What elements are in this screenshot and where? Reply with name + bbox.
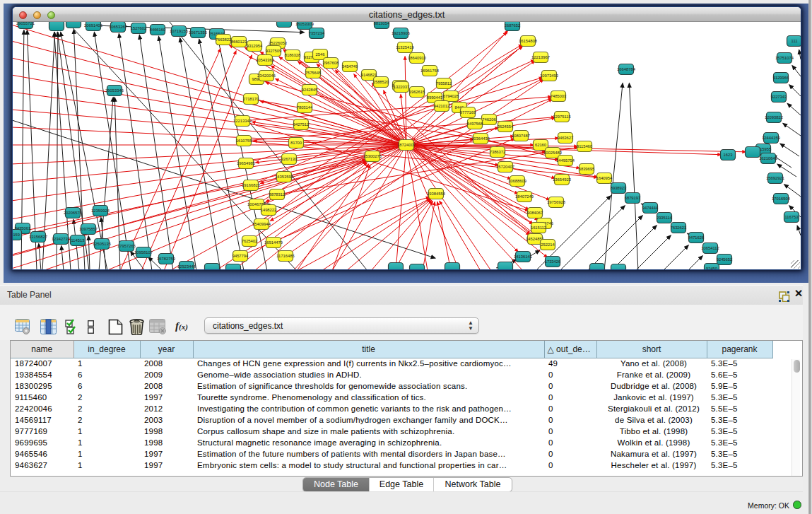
svg-text:1527602: 1527602: [131, 26, 147, 30]
svg-text:19756928: 19756928: [547, 200, 565, 204]
svg-text:16914479: 16914479: [264, 240, 283, 245]
svg-text:17016504: 17016504: [772, 197, 791, 201]
svg-text:29053346: 29053346: [105, 88, 124, 93]
svg-text:8466160: 8466160: [150, 28, 166, 32]
svg-text:114513: 114513: [71, 238, 85, 243]
svg-text:10025483: 10025483: [543, 151, 562, 155]
svg-text:14495754: 14495754: [556, 158, 575, 163]
svg-text:16154808: 16154808: [519, 39, 537, 43]
svg-text:9312954: 9312954: [247, 44, 263, 48]
svg-text:252214: 252214: [541, 243, 555, 247]
svg-text:9777169: 9777169: [460, 110, 476, 115]
svg-text:746206: 746206: [482, 117, 495, 122]
svg-text:92450: 92450: [706, 267, 717, 269]
svg-text:19654985: 19654985: [237, 161, 255, 165]
svg-text:8813054: 8813054: [374, 22, 390, 25]
svg-text:7485003: 7485003: [551, 94, 567, 98]
svg-text:15692921: 15692921: [766, 176, 784, 180]
svg-text:23420046: 23420046: [257, 74, 276, 78]
svg-text:2718170: 2718170: [243, 97, 259, 101]
svg-text:7663822: 7663822: [216, 37, 232, 42]
svg-text:2967608: 2967608: [323, 61, 339, 65]
svg-text:111: 111: [792, 39, 798, 43]
svg-text:7632621: 7632621: [671, 226, 687, 230]
svg-text:1498222: 1498222: [261, 208, 277, 212]
svg-text:7625402: 7625402: [242, 239, 258, 243]
svg-text:18724007: 18724007: [397, 143, 416, 147]
svg-text:25300275: 25300275: [363, 154, 382, 158]
svg-text:12505135: 12505135: [93, 242, 111, 246]
svg-text:16782759: 16782759: [157, 257, 175, 261]
svg-text:9146821: 9146821: [361, 73, 377, 77]
svg-text:11716485: 11716485: [276, 254, 294, 258]
svg-text:16053309: 16053309: [295, 22, 314, 26]
svg-text:1322037: 1322037: [394, 85, 410, 89]
svg-text:16961758: 16961758: [420, 69, 439, 73]
svg-text:9457794: 9457794: [233, 254, 249, 258]
svg-text:3454749: 3454749: [342, 64, 358, 69]
svg-text:19384554: 19384554: [427, 192, 446, 196]
svg-text:7575645: 7575645: [305, 71, 322, 75]
svg-text:12975115: 12975115: [553, 115, 570, 119]
svg-text:12093822: 12093822: [765, 115, 783, 119]
svg-text:2935114: 2935114: [657, 216, 673, 220]
svg-text:3267130: 3267130: [281, 157, 298, 161]
svg-text:9463627: 9463627: [558, 136, 574, 140]
svg-text:8878312: 8878312: [269, 192, 286, 197]
svg-text:12213967: 12213967: [531, 55, 550, 59]
svg-text:116753: 116753: [785, 215, 799, 219]
svg-text:10653267: 10653267: [109, 25, 127, 29]
svg-text:8990443: 8990443: [427, 95, 443, 100]
svg-text:81700: 81700: [290, 141, 302, 145]
svg-text:12444159: 12444159: [762, 136, 780, 140]
svg-text:7955812: 7955812: [436, 81, 452, 86]
svg-text:6794028: 6794028: [443, 94, 459, 98]
svg-text:2546: 2546: [316, 52, 325, 57]
svg-text:6839695: 6839695: [579, 167, 595, 171]
svg-text:10975857: 10975857: [79, 227, 98, 231]
svg-text:12359924: 12359924: [91, 209, 110, 213]
svg-text:1588520: 1588520: [373, 80, 389, 84]
svg-text:10688609: 10688609: [508, 179, 526, 183]
svg-text:9115460: 9115460: [577, 144, 592, 148]
svg-text:1623: 1623: [724, 153, 733, 157]
svg-text:9227343: 9227343: [771, 95, 787, 99]
svg-text:18640910: 18640910: [408, 56, 426, 60]
svg-text:9421012: 9421012: [434, 104, 450, 108]
svg-text:20691406: 20691406: [84, 23, 102, 28]
svg-text:9474444: 9474444: [642, 206, 659, 210]
svg-text:2687652: 2687652: [505, 23, 521, 28]
svg-text:8938923: 8938923: [611, 186, 627, 190]
svg-text:6497568: 6497568: [467, 122, 483, 126]
svg-text:8660123: 8660123: [231, 40, 247, 44]
svg-text:1610755: 1610755: [236, 139, 252, 143]
svg-text:1962615: 1962615: [409, 90, 425, 94]
svg-text:13654923: 13654923: [553, 177, 571, 182]
svg-text:1615112: 1615112: [531, 226, 546, 230]
svg-text:9327509: 9327509: [266, 49, 282, 53]
svg-text:10719155: 10719155: [170, 29, 188, 33]
svg-text:1733426: 1733426: [545, 259, 561, 264]
svg-text:9242845: 9242845: [302, 88, 318, 92]
svg-text:16210643: 16210643: [759, 156, 777, 160]
svg-text:10671355: 10671355: [189, 30, 207, 35]
svg-text:18407249: 18407249: [515, 194, 534, 199]
svg-text:7386372: 7386372: [490, 150, 506, 154]
svg-text:10543362: 10543362: [256, 58, 274, 62]
svg-text:8471626: 8471626: [688, 235, 705, 240]
svg-text:13156827: 13156827: [29, 235, 47, 239]
svg-text:9245652: 9245652: [717, 257, 733, 262]
svg-text:7803144: 7803144: [297, 105, 313, 110]
svg-text:12213343: 12213343: [233, 119, 252, 123]
svg-text:15751074: 15751074: [775, 56, 794, 60]
svg-text:6879197: 6879197: [625, 196, 641, 200]
svg-text:14136141: 14136141: [514, 255, 532, 259]
svg-text:20364436: 20364436: [471, 136, 490, 141]
svg-text:17957265: 17957265: [117, 244, 136, 248]
svg-text:93159: 93159: [13, 233, 20, 237]
svg-text:8186328: 8186328: [285, 53, 301, 57]
svg-text:12342737: 12342737: [52, 237, 70, 241]
svg-text:19166827: 19166827: [242, 183, 260, 187]
svg-text:15720407: 15720407: [496, 165, 514, 169]
svg-text:9129966: 9129966: [773, 76, 789, 80]
